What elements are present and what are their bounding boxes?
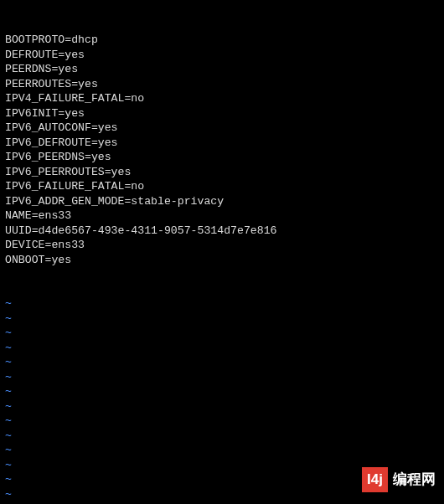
watermark-badge: I4j (362, 467, 388, 492)
vim-tilde-line: ~ (5, 341, 439, 356)
config-line: UUID=d4de6567-493e-4311-9057-5314d7e7e81… (5, 224, 439, 239)
vim-tilde-line: ~ (5, 429, 439, 444)
vim-tilde-line: ~ (5, 443, 439, 458)
config-line: BOOTPROTO=dhcp (5, 33, 439, 48)
config-line: IPV6_AUTOCONF=yes (5, 121, 439, 136)
vim-tilde-line: ~ (5, 399, 439, 414)
watermark-text: 编程网 (388, 467, 444, 492)
vim-tilde-line: ~ (5, 311, 439, 327)
config-line: PEERROUTES=yes (5, 77, 439, 92)
watermark-logo: I4j 编程网 (362, 467, 444, 492)
config-line: DEVICE=ens33 (5, 238, 439, 253)
config-line: NAME=ens33 (5, 208, 439, 224)
config-line: IPV4_FAILURE_FATAL=no (5, 91, 439, 106)
vim-tilde-line: ~ (5, 370, 439, 385)
config-line: IPV6_DEFROUTE=yes (5, 136, 439, 151)
config-line: DEFROUTE=yes (5, 48, 439, 63)
config-line: IPV6_FAILURE_FATAL=no (5, 179, 439, 194)
config-line: PEERDNS=yes (5, 62, 439, 77)
config-line: IPV6_PEERROUTES=yes (5, 165, 439, 180)
vim-tilde-line: ~ (5, 355, 439, 370)
config-line: IPV6_ADDR_GEN_MODE=stable-privacy (5, 194, 439, 209)
vim-tilde-line: ~ (5, 326, 439, 341)
vim-tilde-line: ~ (5, 296, 439, 311)
config-line: ONBOOT=yes (5, 253, 439, 268)
config-line: IPV6_PEERDNS=yes (5, 150, 439, 165)
vim-tilde-line: ~ (5, 414, 439, 429)
vim-tilde-line: ~ (5, 384, 439, 399)
config-line: IPV6INIT=yes (5, 106, 439, 121)
terminal-window[interactable]: BOOTPROTO=dhcpDEFROUTE=yesPEERDNS=yesPEE… (0, 0, 444, 504)
file-content: BOOTPROTO=dhcpDEFROUTE=yesPEERDNS=yesPEE… (5, 33, 439, 267)
